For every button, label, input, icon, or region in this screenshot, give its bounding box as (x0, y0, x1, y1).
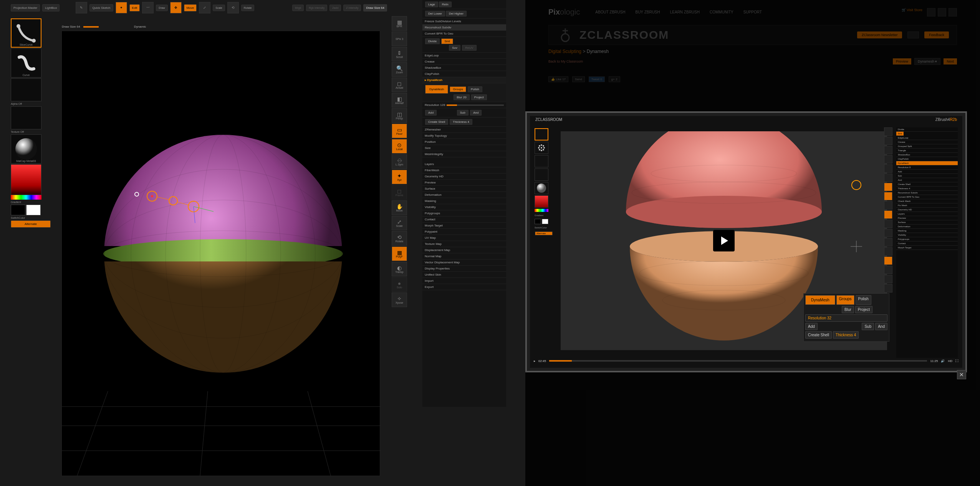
tp-section[interactable]: Deformation (422, 192, 506, 198)
vp-row[interactable]: Triangle (896, 149, 958, 153)
local-button[interactable]: ⊙Local (392, 139, 407, 154)
persp-button[interactable]: ◫Persp (392, 108, 407, 123)
scale-button[interactable]: Scale (213, 5, 225, 11)
dp-dynamesh[interactable]: DynaMesh (805, 295, 835, 305)
alpha-tile[interactable] (11, 106, 41, 129)
vli-4[interactable] (535, 169, 548, 181)
vp-row[interactable]: Create Shell (896, 182, 958, 187)
vrc[interactable] (884, 127, 892, 136)
vp-row[interactable]: Fix Mesh (896, 203, 958, 208)
tp-dynamesh-header[interactable]: ▸ DynaMesh (422, 77, 506, 83)
fb-like-top[interactable]: 👍 Like 17 (548, 76, 568, 82)
play-pause-icon[interactable]: ▸ (534, 359, 535, 363)
vp-row[interactable]: Crease (896, 140, 958, 144)
vrc[interactable] (884, 174, 892, 182)
vrc[interactable] (884, 146, 892, 154)
dp-add[interactable]: Add (805, 323, 818, 330)
visit-store-button[interactable]: 🛒 Visit Store (902, 8, 922, 17)
quicksketch-button[interactable]: Quick Sketch (89, 4, 113, 12)
tp-size[interactable]: Size (422, 145, 506, 151)
vp-row[interactable]: Resolution 8 (896, 165, 958, 170)
vrc-on[interactable] (884, 256, 892, 265)
viewport-canvas[interactable]: Draw Size 64 Dynamic (61, 31, 380, 476)
tp-crease[interactable]: Crease (422, 59, 506, 65)
fb-send-top[interactable]: Send (572, 76, 585, 82)
vrc-on[interactable] (884, 183, 892, 191)
social-fb-icon[interactable] (927, 8, 935, 17)
tp-edgeloop[interactable]: EdgeLoop (422, 53, 506, 59)
tp-section[interactable]: Export (422, 284, 506, 290)
fullscreen-icon[interactable]: ⛶ (955, 359, 958, 363)
dp-project[interactable]: Project (855, 306, 872, 313)
vp-row[interactable]: ClayPolish (896, 157, 958, 161)
color-swatches[interactable] (11, 205, 51, 215)
dynamesh-button[interactable]: DynaMesh (425, 85, 448, 94)
vp-row[interactable]: ShadowBox (896, 153, 958, 157)
video-scrubber[interactable]: ▸ 02:45 11:25 🔊 HD ⛶ (534, 358, 958, 364)
add-button[interactable]: Add (425, 110, 437, 116)
frame-button[interactable]: ◻Frame (392, 185, 407, 200)
smt-button[interactable]: Smt (441, 38, 453, 44)
vli-brush2[interactable] (535, 142, 548, 154)
vp-row[interactable]: Visibility (896, 233, 958, 237)
nav-buy[interactable]: BUY ZBRUSH (635, 10, 660, 14)
vrc[interactable] (884, 266, 892, 274)
vp-row[interactable]: Add (896, 170, 958, 174)
and-button[interactable]: And (470, 110, 482, 116)
tp-del[interactable]: Del LowerDel Higher (422, 9, 506, 18)
pixologic-logo[interactable]: Pixologic (548, 8, 580, 17)
tp-section[interactable]: Unified Skin (422, 272, 506, 278)
vp-row[interactable]: DynaMesh (896, 161, 958, 165)
vp-row[interactable]: Geometry HD (896, 208, 958, 212)
divide-button[interactable]: Divide (425, 38, 440, 44)
tag-next[interactable]: Next (944, 58, 957, 64)
tp-lage[interactable]: LageRetn (422, 0, 506, 9)
social-tw-icon[interactable] (938, 8, 946, 17)
vrc-on[interactable] (884, 192, 892, 200)
vp-row[interactable]: Smt (896, 132, 904, 136)
tp-section[interactable]: Polygroups (422, 210, 506, 217)
aahalf-button[interactable]: ◧AAHalf (392, 93, 407, 107)
tp-section[interactable]: Texture Map (422, 241, 506, 247)
groups-button[interactable]: Groups (450, 86, 466, 92)
volume-icon[interactable]: 🔊 (941, 359, 945, 363)
scale-nav-button[interactable]: ⤢Scale (392, 216, 407, 230)
crumb-parent[interactable]: Digital Sculpting (548, 49, 581, 54)
move-mode-icon[interactable]: ✥ (170, 2, 182, 13)
close-icon[interactable]: ✕ (957, 370, 966, 379)
vrc[interactable] (884, 164, 892, 173)
scale-mode-icon[interactable]: ⤢ (199, 2, 210, 13)
quicksketch-icon[interactable]: ✎ (76, 2, 87, 13)
vrc-on[interactable] (884, 210, 892, 219)
tp-claypolish[interactable]: ClayPolish (422, 71, 506, 77)
newsletter-button[interactable]: ZClassroom Newsletter (857, 31, 902, 38)
vp-row[interactable]: Sub (896, 174, 958, 178)
tp-zremesher[interactable]: ZRemesher (422, 127, 506, 133)
tag-dynamesh-dd[interactable]: Dynamesh ▾ (914, 58, 941, 65)
tp-section[interactable]: Geometry HD (422, 174, 506, 180)
tp-convert[interactable]: Convert BPR To Geo (422, 31, 506, 37)
tp-section[interactable]: Vector Displacement Map (422, 260, 506, 266)
zoom-button[interactable]: 🔍Zoom (392, 62, 407, 77)
dp-sub[interactable]: Sub (862, 323, 874, 330)
blur-slider[interactable]: Blur 20 (454, 94, 469, 100)
stroke-tile[interactable] (11, 78, 41, 101)
nav-learn[interactable]: LEARN ZBRUSH (670, 10, 700, 14)
vrc[interactable] (884, 220, 892, 228)
tp-section[interactable]: Display Properties (422, 266, 506, 272)
vrc[interactable] (884, 284, 892, 293)
vrc[interactable] (884, 229, 892, 237)
vp-row[interactable]: Reconstruct Subdiv (896, 191, 958, 195)
thickness-slider[interactable]: Thickness 4 (450, 119, 472, 125)
draw-button[interactable]: Draw (156, 5, 167, 11)
draw-mode-icon[interactable]: 〰 (142, 2, 154, 13)
video-alternate-button[interactable]: Alternate (535, 231, 553, 235)
rotate-button[interactable]: Rotate (241, 5, 255, 11)
create-shell-button[interactable]: Create Shell (425, 119, 448, 125)
nav-support[interactable]: SUPPORT (743, 10, 762, 14)
tp-section[interactable]: Masking (422, 198, 506, 204)
vli-color[interactable] (535, 195, 548, 208)
edit-button[interactable]: Edit (129, 4, 140, 12)
tp-meshintegrity[interactable]: MeshIntegrity (422, 151, 506, 157)
tp-shadowbox[interactable]: ShadowBox (422, 65, 506, 71)
